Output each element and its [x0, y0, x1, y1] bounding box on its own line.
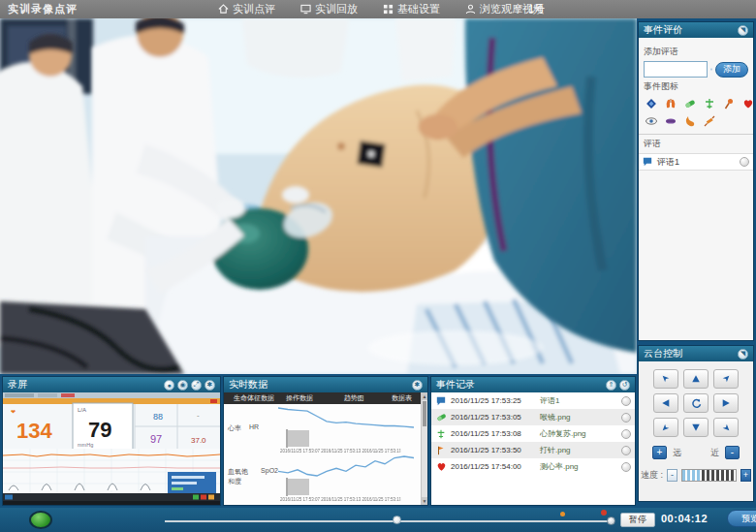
add-comment-button[interactable]: 添加: [715, 62, 748, 78]
fullscreen-icon[interactable]: ⤢: [191, 380, 202, 391]
tab-trend-chart[interactable]: 趋势图: [338, 393, 370, 403]
event-log-list: 2016/11/25 17:53:25 评语1 2016/11/25 17:53…: [431, 392, 635, 505]
log-row[interactable]: 2016/11/25 17:53:25 评语1: [431, 392, 635, 409]
add-comment-label: 添加评语: [644, 46, 748, 58]
ptz-down-button[interactable]: [683, 418, 709, 437]
log-view-icon[interactable]: [621, 462, 631, 472]
pause-button[interactable]: 暂停: [620, 513, 655, 527]
speed-gauge[interactable]: [681, 469, 737, 482]
monitor-capture[interactable]: ❤ 134 L/A 79 mmHg 88 97 - 37.0: [3, 392, 220, 505]
event-marker-orange[interactable]: [560, 512, 565, 516]
speed-up-button[interactable]: +: [740, 469, 751, 482]
observer-icon: [465, 4, 476, 15]
event-log-panel: 事件记录 ⇑ ↺ 2016/11/25 17:53:25 评语1 2016/11…: [430, 376, 636, 506]
export-icon[interactable]: ⇑: [606, 380, 616, 391]
tab-vitals-data[interactable]: 生命体征数据: [228, 393, 280, 403]
hr-label: ❤: [11, 409, 16, 415]
nibp-aux-label: L/A: [78, 407, 86, 413]
arrow-up-left-icon: [661, 374, 671, 384]
log-view-icon[interactable]: [621, 396, 631, 406]
rotate-icon: [691, 398, 702, 409]
microphone-icon[interactable]: [710, 62, 712, 77]
event-icon-grid: [644, 96, 756, 131]
lips-icon[interactable]: [665, 115, 677, 127]
otoscope-icon[interactable]: [723, 98, 735, 110]
zoom-far-label: 远: [673, 447, 681, 459]
log-row[interactable]: 2016/11/25 17:53:50 打针.png: [431, 442, 635, 458]
comment-input[interactable]: [644, 61, 708, 78]
ptz-left-button[interactable]: [653, 393, 678, 413]
tab-review[interactable]: 实训点评: [218, 2, 275, 16]
ptz-up-right-button[interactable]: [713, 369, 739, 389]
timeline-handle[interactable]: [607, 516, 615, 525]
ptz-down-right-button[interactable]: [713, 418, 739, 437]
tab-operation-data[interactable]: 操作数据: [280, 393, 319, 403]
infusion-icon: [436, 429, 446, 439]
spo2-chart-scrollbar[interactable]: [286, 478, 288, 496]
log-view-icon[interactable]: [621, 446, 631, 455]
heart-icon[interactable]: [742, 98, 754, 110]
camera-icon[interactable]: ●: [164, 380, 174, 391]
panel-collapse-icon[interactable]: ◥: [738, 25, 748, 36]
log-row[interactable]: 2016/11/25 17:53:05 喉镜.png: [431, 409, 635, 425]
screen-record-panel: 录屏 ● ◉ ⤢ ✱ ❤ 134 L/A 79 mmHg 88 97 - 37.…: [2, 376, 221, 506]
comment-list-item[interactable]: 评语1: [639, 153, 753, 171]
log-name: 打针.png: [540, 445, 617, 455]
lungs-icon[interactable]: [665, 98, 677, 110]
hr-value: 134: [16, 419, 52, 443]
tab-review-label: 实训点评: [233, 2, 275, 16]
home-icon: [218, 4, 229, 15]
capsule-icon[interactable]: [684, 98, 696, 110]
arrow-down-icon: [691, 422, 701, 432]
log-view-icon[interactable]: [621, 413, 631, 422]
preview-button[interactable]: 预览: [727, 510, 756, 527]
ptz-collapse-icon[interactable]: ◥: [738, 349, 748, 360]
video-feed: [0, 18, 637, 374]
log-row[interactable]: 2016/11/25 17:54:00 测心率.png: [431, 458, 635, 475]
record-icon[interactable]: ◉: [177, 380, 188, 391]
speed-controls: 速度 : - +: [639, 469, 753, 482]
timeline-marker-icon: [393, 516, 401, 524]
ptz-up-button[interactable]: [683, 369, 709, 389]
realtime-title: 实时数据: [229, 378, 268, 391]
diamond-icon[interactable]: [646, 98, 657, 110]
zoom-out-button[interactable]: -: [725, 446, 740, 459]
log-row[interactable]: 2016/11/25 17:53:08 心肺复苏.png: [431, 425, 635, 442]
hr-abbr: HR: [249, 423, 259, 433]
timeline-track[interactable]: [165, 520, 613, 522]
event-marker-red[interactable]: [601, 510, 607, 516]
tab-data-table[interactable]: 数据表: [386, 393, 418, 403]
tab-settings-label: 基础设置: [397, 2, 440, 16]
event-log-title: 事件记录: [436, 378, 475, 391]
scroll-down-icon[interactable]: ▼: [422, 497, 427, 505]
speed-down-button[interactable]: -: [667, 469, 677, 482]
settings-icon: [383, 4, 394, 15]
refresh-icon[interactable]: ↺: [619, 380, 630, 391]
ptz-up-left-button[interactable]: [653, 369, 678, 389]
realtime-settings-icon[interactable]: ✱: [412, 380, 423, 391]
eye-icon[interactable]: [646, 115, 657, 127]
ptz-panel: 云台控制 ◥ + 远 近 - 速度 : - +: [638, 345, 754, 502]
temp-value: 37.0: [191, 436, 206, 445]
syringe-icon[interactable]: [704, 115, 715, 127]
log-view-icon[interactable]: [621, 429, 631, 439]
top-nav: 实训点评 实训回放 基础设置 浏览观摩视频: [218, 0, 544, 18]
arrow-right-icon: [721, 398, 731, 408]
ptz-home-button[interactable]: [683, 393, 709, 413]
hr-chart-scrollbar[interactable]: [286, 429, 288, 448]
tab-settings[interactable]: 基础设置: [383, 2, 440, 16]
spo2-name: 血氧饱和度: [228, 467, 253, 486]
infusion-icon[interactable]: [704, 98, 715, 110]
comment-options-icon[interactable]: [740, 157, 749, 167]
scroll-up-icon[interactable]: ▲: [422, 392, 427, 400]
ptz-right-button[interactable]: [713, 393, 739, 413]
tab-playback[interactable]: 实训回放: [300, 2, 358, 16]
zoom-in-button[interactable]: +: [652, 446, 667, 459]
gear-icon[interactable]: ✱: [205, 380, 215, 391]
hr-trend-chart: [278, 403, 414, 430]
realtime-scrollbar[interactable]: ▲ ▼: [421, 392, 427, 505]
stomach-icon[interactable]: [684, 115, 696, 127]
scroll-thumb[interactable]: [423, 401, 426, 426]
record-status-icon[interactable]: [29, 511, 52, 529]
ptz-down-left-button[interactable]: [653, 418, 678, 437]
